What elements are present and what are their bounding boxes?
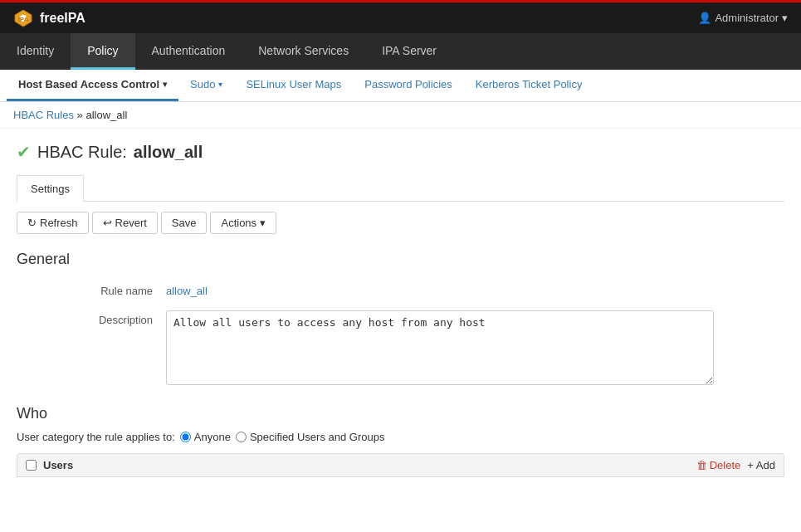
users-table-header-left: Users bbox=[26, 459, 73, 471]
subnav-selinux[interactable]: SELinux User Maps bbox=[234, 70, 353, 101]
subnav-kerberos[interactable]: Kerberos Ticket Policy bbox=[464, 70, 594, 101]
actions-button[interactable]: Actions ▾ bbox=[210, 212, 276, 234]
user-icon: 👤 bbox=[698, 12, 711, 24]
anyone-radio[interactable] bbox=[180, 432, 191, 442]
nav-authentication[interactable]: Authentication bbox=[135, 33, 242, 70]
users-select-all-checkbox[interactable] bbox=[26, 460, 37, 471]
specified-radio[interactable] bbox=[236, 432, 247, 442]
nav-policy[interactable]: Policy bbox=[71, 33, 134, 70]
subnav-password[interactable]: Password Policies bbox=[353, 70, 464, 101]
who-title: Who bbox=[17, 405, 784, 422]
rule-name-row: Rule name allow_all bbox=[17, 281, 784, 297]
title-value: allow_all bbox=[134, 143, 203, 162]
page-title: ✔ HBAC Rule: allow_all bbox=[17, 142, 784, 162]
breadcrumb-parent[interactable]: HBAC Rules bbox=[13, 109, 74, 121]
rule-name-value: allow_all bbox=[166, 281, 208, 297]
description-row: Description Allow all users to access an… bbox=[17, 310, 784, 385]
save-button[interactable]: Save bbox=[161, 212, 208, 234]
specified-option[interactable]: Specified Users and Groups bbox=[236, 431, 385, 443]
delete-button[interactable]: 🗑 Delete bbox=[696, 459, 741, 471]
revert-button[interactable]: ↩ Revert bbox=[92, 212, 158, 234]
category-label: User category the rule applies to: bbox=[17, 431, 175, 443]
page-content: ✔ HBAC Rule: allow_all Settings ↻ Refres… bbox=[0, 129, 801, 532]
logo-icon: IPA bbox=[13, 8, 33, 28]
logo-text: freeIPA bbox=[40, 11, 85, 26]
specified-label: Specified Users and Groups bbox=[250, 431, 385, 443]
add-button[interactable]: + Add bbox=[747, 459, 775, 471]
toolbar: ↻ Refresh ↩ Revert Save Actions ▾ bbox=[17, 212, 784, 234]
general-section: General Rule name allow_all Description … bbox=[17, 251, 784, 385]
refresh-label: Refresh bbox=[40, 217, 78, 229]
delete-icon: 🗑 bbox=[696, 459, 707, 471]
tab-settings[interactable]: Settings bbox=[17, 175, 84, 202]
breadcrumb-separator: » bbox=[77, 109, 83, 121]
title-check-icon: ✔ bbox=[17, 142, 31, 162]
actions-dropdown-icon: ▾ bbox=[260, 217, 266, 229]
user-category-row: User category the rule applies to: Anyon… bbox=[17, 431, 784, 443]
description-label: Description bbox=[33, 310, 166, 326]
nav-ipa-server[interactable]: IPA Server bbox=[365, 33, 453, 70]
username-label: Administrator bbox=[715, 12, 779, 24]
primary-nav: Identity Policy Authentication Network S… bbox=[0, 33, 801, 70]
user-dropdown-icon: ▾ bbox=[782, 12, 788, 24]
revert-label: Revert bbox=[115, 217, 147, 229]
nav-network-services[interactable]: Network Services bbox=[242, 33, 365, 70]
users-table-header-right: 🗑 Delete + Add bbox=[696, 459, 775, 471]
general-title: General bbox=[17, 251, 784, 268]
description-textarea[interactable]: Allow all users to access any host from … bbox=[166, 310, 714, 385]
sudo-dropdown-icon: ▾ bbox=[218, 80, 222, 89]
subnav-hbac[interactable]: Host Based Access Control ▾ bbox=[7, 70, 178, 101]
save-label: Save bbox=[172, 217, 197, 229]
svg-text:IPA: IPA bbox=[18, 16, 29, 23]
revert-icon: ↩ bbox=[103, 217, 112, 229]
rule-name-label: Rule name bbox=[33, 281, 166, 297]
title-prefix: HBAC Rule: bbox=[37, 143, 127, 162]
breadcrumb-current: allow_all bbox=[85, 109, 127, 121]
who-section: Who User category the rule applies to: A… bbox=[17, 405, 784, 477]
tabs-container: Settings bbox=[17, 175, 784, 202]
subnav-sudo[interactable]: Sudo ▾ bbox=[178, 70, 234, 101]
add-icon: + bbox=[747, 459, 754, 471]
users-col-label: Users bbox=[43, 459, 73, 471]
top-bar: IPA freeIPA 👤 Administrator ▾ bbox=[0, 0, 801, 33]
anyone-label: Anyone bbox=[194, 431, 231, 443]
refresh-button[interactable]: ↻ Refresh bbox=[17, 212, 89, 234]
nav-identity[interactable]: Identity bbox=[0, 33, 71, 70]
secondary-nav: Host Based Access Control ▾ Sudo ▾ SELin… bbox=[0, 70, 801, 102]
user-menu[interactable]: 👤 Administrator ▾ bbox=[698, 12, 788, 24]
anyone-option[interactable]: Anyone bbox=[180, 431, 231, 443]
logo: IPA freeIPA bbox=[13, 8, 85, 28]
delete-label: Delete bbox=[710, 459, 741, 471]
users-table-header: Users 🗑 Delete + Add bbox=[17, 453, 784, 477]
hbac-dropdown-icon: ▾ bbox=[163, 80, 167, 89]
actions-label: Actions bbox=[221, 217, 256, 229]
breadcrumb: HBAC Rules » allow_all bbox=[0, 102, 801, 129]
refresh-icon: ↻ bbox=[27, 217, 37, 229]
add-label: Add bbox=[756, 459, 775, 471]
